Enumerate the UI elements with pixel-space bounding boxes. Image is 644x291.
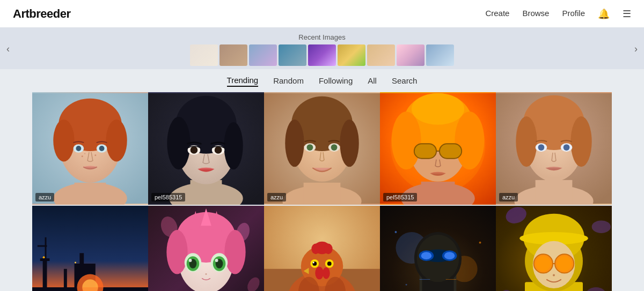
recent-thumb-7[interactable] — [367, 44, 395, 66]
svg-rect-2 — [75, 183, 106, 205]
svg-point-104 — [323, 267, 330, 279]
svg-rect-63 — [45, 237, 47, 261]
image-grid: azzu — [0, 92, 644, 291]
recent-strip — [0, 44, 644, 66]
svg-point-101 — [311, 244, 320, 255]
svg-rect-61 — [43, 258, 47, 290]
svg-point-42 — [392, 111, 421, 169]
svg-point-147 — [553, 274, 555, 277]
recent-thumb-1[interactable] — [190, 44, 218, 66]
svg-rect-50 — [536, 180, 573, 205]
svg-point-20 — [224, 122, 243, 169]
svg-point-133 — [592, 220, 611, 233]
grid-item-5-label: azzu — [499, 193, 518, 202]
bell-icon[interactable]: 🔔 — [598, 8, 610, 20]
svg-rect-67 — [79, 253, 84, 266]
svg-point-127 — [394, 231, 397, 233]
svg-point-58 — [564, 144, 570, 151]
recent-images-section: Recent Images — [0, 28, 644, 69]
svg-point-43 — [455, 111, 484, 169]
svg-point-128 — [479, 242, 481, 244]
svg-point-24 — [215, 146, 222, 154]
svg-point-109 — [327, 262, 332, 266]
svg-point-13 — [84, 153, 85, 154]
svg-point-72 — [75, 262, 76, 263]
svg-point-102 — [324, 244, 333, 255]
svg-point-6 — [106, 120, 127, 162]
svg-rect-65 — [64, 269, 67, 290]
grid-item-10[interactable] — [496, 205, 612, 291]
svg-point-34 — [307, 144, 313, 151]
svg-point-124 — [444, 252, 455, 259]
recent-thumb-2[interactable] — [219, 44, 247, 66]
recent-label: Recent Images — [0, 33, 644, 41]
grid-item-8[interactable] — [264, 205, 380, 291]
logo: Artbreeder — [13, 7, 70, 21]
recent-thumb-5[interactable] — [308, 44, 336, 66]
svg-point-19 — [167, 117, 190, 169]
svg-rect-70 — [82, 287, 98, 291]
grid-item-7[interactable] — [148, 205, 264, 291]
recent-section: Recent Images ‹ › — [0, 28, 644, 69]
svg-point-145 — [536, 256, 551, 271]
nav-profile[interactable]: Profile — [562, 9, 585, 19]
grid-item-5[interactable]: azzu — [496, 92, 612, 205]
tab-trending[interactable]: Trending — [227, 76, 259, 87]
svg-point-94 — [206, 273, 207, 275]
svg-point-11 — [82, 155, 83, 157]
svg-point-57 — [538, 144, 545, 151]
svg-point-12 — [94, 154, 96, 156]
hamburger-icon[interactable]: ☰ — [623, 8, 631, 20]
grid-item-2[interactable]: pel585315 — [148, 92, 264, 205]
recent-thumb-6[interactable] — [338, 44, 365, 66]
grid-item-9[interactable] — [380, 205, 496, 291]
svg-point-123 — [421, 252, 432, 259]
svg-point-10 — [99, 146, 105, 151]
header: Artbreeder Create Browse Profile 🔔 ☰ — [0, 0, 644, 28]
svg-point-82 — [224, 230, 245, 274]
nav: Create Browse Profile 🔔 ☰ — [485, 8, 631, 20]
scroll-left-button[interactable]: ‹ — [2, 41, 14, 56]
svg-point-54 — [570, 116, 591, 167]
nav-browse[interactable]: Browse — [522, 9, 549, 19]
svg-point-35 — [331, 144, 338, 151]
recent-thumb-9[interactable] — [426, 44, 454, 66]
svg-point-30 — [285, 120, 304, 167]
svg-point-53 — [516, 116, 537, 167]
recent-thumb-8[interactable] — [397, 44, 425, 66]
grid-item-2-label: pel585315 — [151, 193, 185, 202]
svg-rect-39 — [421, 182, 455, 205]
tab-search[interactable]: Search — [392, 76, 418, 86]
tab-following[interactable]: Following — [319, 76, 353, 86]
recent-thumb-3[interactable] — [249, 44, 277, 66]
grid-item-1[interactable]: azzu — [32, 92, 148, 205]
svg-point-103 — [315, 267, 324, 280]
svg-rect-46 — [440, 144, 462, 158]
svg-rect-64 — [38, 245, 47, 247]
grid-item-1-label: azzu — [35, 193, 54, 202]
svg-point-129 — [406, 284, 407, 286]
svg-point-44 — [412, 93, 464, 125]
svg-rect-27 — [304, 183, 341, 205]
svg-point-93 — [215, 259, 218, 262]
svg-point-31 — [340, 120, 358, 167]
svg-point-107 — [313, 262, 314, 263]
scroll-right-button[interactable]: › — [630, 41, 642, 56]
nav-create[interactable]: Create — [485, 9, 509, 19]
svg-point-71 — [43, 256, 45, 258]
tabs-bar: Trending Random Following All Search — [0, 69, 644, 92]
grid-item-6[interactable] — [32, 205, 148, 291]
svg-point-92 — [189, 259, 192, 262]
tab-all[interactable]: All — [368, 76, 377, 86]
svg-point-23 — [191, 146, 198, 154]
tab-random[interactable]: Random — [273, 76, 304, 86]
svg-point-146 — [557, 256, 572, 271]
svg-rect-45 — [414, 144, 436, 158]
grid-item-3[interactable]: azzu — [264, 92, 380, 205]
grid-item-4-label: pel585315 — [383, 193, 417, 202]
recent-thumb-4[interactable] — [279, 44, 306, 66]
grid-item-4[interactable]: pel585315 — [380, 92, 496, 205]
svg-point-81 — [166, 230, 187, 274]
svg-point-9 — [76, 146, 81, 151]
grid-item-3-label: azzu — [267, 193, 286, 202]
